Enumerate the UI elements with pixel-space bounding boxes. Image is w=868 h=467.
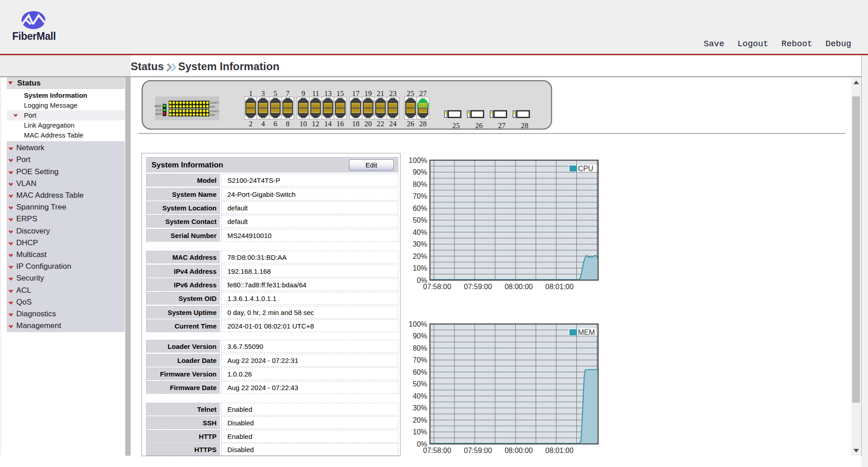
svg-text:8: 8 [286, 119, 289, 128]
svg-text:ALM: ALM [155, 112, 162, 115]
svg-text:20: 20 [364, 119, 372, 128]
svg-text:80%: 80% [413, 181, 427, 188]
svg-text:24: 24 [389, 119, 397, 128]
svg-text:25: 25 [453, 121, 460, 130]
svg-text:FDX: FDX [210, 114, 215, 116]
svg-text:18: 18 [352, 119, 360, 128]
svg-text:12: 12 [312, 119, 320, 128]
svg-text:50%: 50% [413, 216, 427, 224]
svg-text:60%: 60% [413, 205, 427, 212]
svg-text:27: 27 [419, 89, 427, 98]
svg-text:1G/ACT: 1G/ACT [210, 101, 220, 104]
svg-text:26: 26 [407, 119, 415, 128]
svg-text:1: 1 [249, 89, 252, 98]
svg-text:07:58:00: 07:58:00 [423, 447, 451, 454]
svg-text:20%: 20% [413, 416, 427, 424]
svg-text:FDX: FDX [210, 105, 215, 108]
svg-text:40%: 40% [413, 392, 427, 400]
svg-text:60%: 60% [413, 368, 427, 376]
svg-text:25: 25 [407, 89, 415, 98]
svg-text:27: 27 [498, 121, 506, 130]
svg-text:6: 6 [274, 119, 277, 128]
svg-text:07:59:00: 07:59:00 [464, 447, 492, 454]
svg-text:08:00:00: 08:00:00 [505, 283, 533, 291]
svg-text:10: 10 [300, 119, 307, 128]
svg-text:MEM: MEM [578, 329, 595, 336]
svg-text:9: 9 [302, 89, 305, 98]
svg-text:5: 5 [274, 89, 277, 98]
svg-text:1G/ACT: 1G/ACT [210, 110, 220, 113]
svg-text:30%: 30% [413, 404, 427, 412]
svg-text:22: 22 [377, 119, 384, 128]
svg-text:MGD: MGD [155, 105, 161, 108]
svg-text:2: 2 [249, 119, 252, 128]
svg-text:10%: 10% [413, 428, 427, 436]
svg-text:50%: 50% [413, 380, 427, 388]
svg-text:7: 7 [286, 89, 289, 98]
svg-text:26: 26 [475, 121, 483, 130]
svg-text:90%: 90% [413, 332, 427, 340]
svg-text:15: 15 [336, 89, 344, 98]
svg-text:08:00:00: 08:00:00 [505, 447, 533, 454]
svg-text:70%: 70% [413, 192, 427, 200]
svg-text:23: 23 [389, 89, 397, 98]
svg-text:16: 16 [336, 119, 344, 128]
svg-text:80%: 80% [413, 344, 427, 352]
svg-text:20%: 20% [413, 253, 427, 260]
svg-text:21: 21 [377, 89, 384, 98]
svg-text:08:01:00: 08:01:00 [545, 283, 573, 291]
svg-text:17: 17 [352, 89, 360, 98]
svg-text:100%: 100% [409, 320, 427, 328]
svg-text:10%: 10% [413, 264, 427, 272]
svg-text:08:01:00: 08:01:00 [545, 447, 573, 454]
svg-text:28: 28 [521, 121, 528, 130]
svg-text:30%: 30% [413, 240, 427, 248]
svg-text:SYS: SYS [156, 109, 162, 112]
svg-text:13: 13 [324, 89, 332, 98]
svg-text:14: 14 [324, 119, 332, 128]
svg-text:28: 28 [419, 119, 427, 128]
svg-text:4: 4 [261, 119, 265, 128]
svg-text:3: 3 [261, 89, 265, 98]
svg-text:CPU: CPU [578, 165, 594, 172]
svg-text:11: 11 [312, 89, 319, 98]
svg-text:70%: 70% [413, 356, 427, 364]
svg-text:07:58:00: 07:58:00 [423, 283, 451, 291]
svg-text:90%: 90% [413, 168, 427, 176]
svg-text:100%: 100% [409, 157, 427, 164]
svg-text:40%: 40% [413, 229, 427, 236]
svg-text:07:59:00: 07:59:00 [464, 283, 492, 291]
svg-text:19: 19 [364, 89, 372, 98]
